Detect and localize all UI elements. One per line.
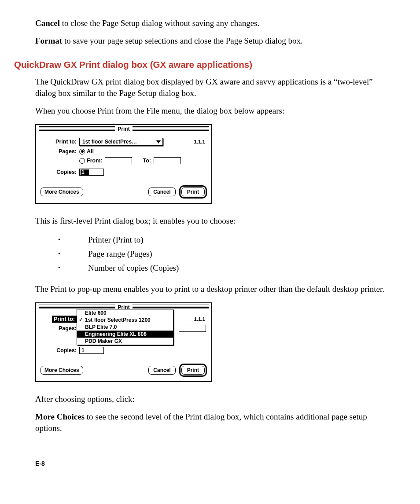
- pages-label: Pages:: [41, 148, 79, 155]
- radio-off-icon: [79, 158, 85, 164]
- paragraph-3: This is first-level Print dialog box; it…: [35, 215, 389, 227]
- copies-label: Copies:: [41, 347, 79, 353]
- list-item: Page range (Pages): [35, 247, 389, 261]
- copies-value: 1: [81, 347, 85, 353]
- more-choices-button[interactable]: More Choices: [41, 188, 83, 196]
- print-button[interactable]: Print: [181, 366, 205, 375]
- print-button-frame: Print: [179, 364, 207, 377]
- radio-all[interactable]: All: [79, 148, 94, 155]
- more-choices-paragraph: More Choices to see the second level of …: [35, 411, 389, 434]
- to-label: To:: [143, 158, 151, 164]
- to-field[interactable]: [179, 325, 206, 332]
- print-to-popup[interactable]: 1st floor SelectPres…: [79, 138, 163, 146]
- format-text: to save your page setup selections and c…: [62, 36, 303, 45]
- cancel-paragraph: Cancel to close the Page Setup dialog wi…: [35, 18, 389, 29]
- copies-label: Copies:: [41, 169, 79, 175]
- version-label: 1.1.1: [194, 139, 207, 144]
- from-field[interactable]: [105, 157, 132, 164]
- format-paragraph: Format to save your page setup selection…: [35, 35, 389, 47]
- paragraph-4: The Print to pop-up menu enables you to …: [35, 283, 389, 295]
- print-button[interactable]: Print: [181, 188, 205, 196]
- copies-value: 1: [81, 169, 89, 175]
- print-button-frame: Print: [179, 185, 207, 199]
- to-field[interactable]: [154, 157, 181, 164]
- print-to-menu[interactable]: Elite 600 1st floor SelectPress 1200 BLP…: [77, 309, 173, 345]
- cancel-button[interactable]: Cancel: [148, 366, 175, 375]
- radio-all-label: All: [87, 148, 94, 155]
- list-item: Printer (Print to): [35, 233, 389, 247]
- bullet-list: Printer (Print to) Page range (Pages) Nu…: [35, 233, 389, 276]
- section-heading: QuickDraw GX Print dialog box (GX aware …: [14, 59, 389, 70]
- cancel-label: Cancel: [35, 18, 60, 28]
- more-choices-text: to see the second level of the Print dia…: [35, 412, 367, 433]
- menu-item[interactable]: Elite 600: [77, 309, 173, 316]
- print-to-label-inverse: Print to:: [41, 316, 79, 322]
- dialog-title: Print: [115, 126, 132, 132]
- page-number: E-8: [35, 460, 389, 467]
- menu-item-highlighted[interactable]: Engineering Elite XL 808: [77, 331, 173, 338]
- copies-field[interactable]: 1: [79, 347, 104, 354]
- paragraph-2: When you choose Print from the File menu…: [35, 105, 389, 117]
- dropdown-icon: [156, 140, 161, 143]
- radio-from-label: From:: [87, 158, 102, 164]
- copies-field[interactable]: 1: [79, 169, 104, 176]
- radio-from[interactable]: From:: [79, 158, 102, 164]
- paragraph-1: The QuickDraw GX print dialog box displa…: [35, 76, 389, 99]
- print-to-label: Print to:: [41, 139, 79, 145]
- print-dialog-1: Print Print to: 1st floor SelectPres… 1.…: [35, 124, 212, 204]
- menu-item-checked[interactable]: 1st floor SelectPress 1200: [77, 316, 173, 324]
- print-to-value: 1st floor SelectPres…: [82, 139, 137, 145]
- pages-label: Pages:: [41, 325, 79, 331]
- format-label: Format: [35, 36, 62, 45]
- menu-item[interactable]: PDD Maker GX: [77, 338, 173, 345]
- cancel-button[interactable]: Cancel: [148, 188, 175, 196]
- paragraph-5: After choosing options, click:: [35, 394, 389, 405]
- menu-item[interactable]: BLP Elite 7.0: [77, 324, 173, 331]
- radio-on-icon: [79, 149, 85, 155]
- print-dialog-2: Print Print to: 1.1.1 Elite 600 1st floo…: [35, 302, 212, 382]
- list-item: Number of copies (Copies): [35, 261, 389, 275]
- version-label: 1.1.1: [194, 316, 207, 322]
- cancel-text: to close the Page Setup dialog without s…: [60, 18, 259, 28]
- dialog-titlebar: Print: [36, 125, 211, 132]
- more-choices-label: More Choices: [35, 412, 85, 421]
- more-choices-button[interactable]: More Choices: [41, 366, 83, 375]
